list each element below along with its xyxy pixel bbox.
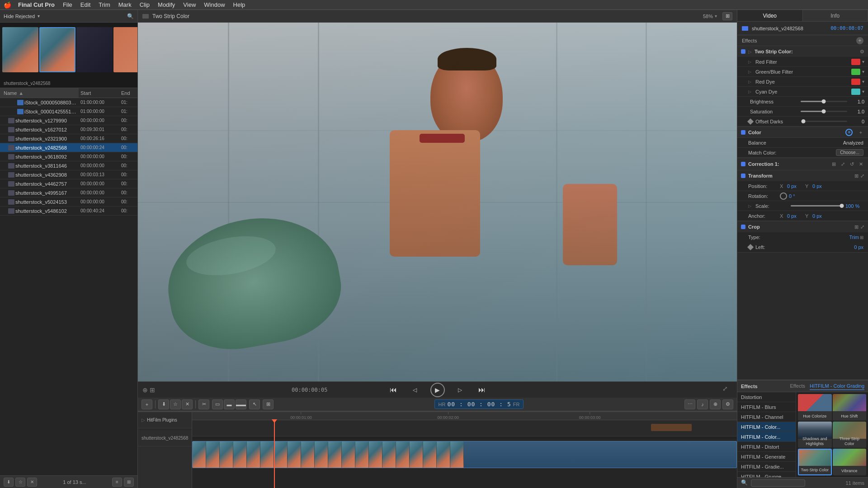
- menu-window[interactable]: Window: [200, 0, 228, 9]
- correction-icon-1[interactable]: ⊞: [830, 160, 837, 168]
- col-end[interactable]: End: [119, 88, 137, 98]
- timeline-add-btn[interactable]: +: [142, 399, 152, 409]
- filmstrip-thumb-2[interactable]: [39, 27, 75, 72]
- zoom-control[interactable]: 58% ▾: [703, 14, 717, 19]
- rotation-knob[interactable]: [780, 192, 787, 200]
- category-item[interactable]: HITFILM - Generate: [737, 452, 796, 462]
- offset-darks-slider[interactable]: [803, 121, 848, 122]
- col-start[interactable]: Start: [79, 88, 119, 98]
- timeline-select-btn[interactable]: ↖: [249, 399, 260, 409]
- timeline-tool-1[interactable]: ⬇: [158, 399, 169, 409]
- filmstrip-thumb-1[interactable]: [2, 27, 38, 72]
- play-button[interactable]: ▶: [430, 383, 445, 397]
- scale-value[interactable]: 100 %: [845, 203, 863, 209]
- two-strip-color-header[interactable]: ▷ Two Strip Color: ⚙: [737, 46, 868, 57]
- timeline-view-1[interactable]: ▭: [212, 399, 223, 409]
- menu-clip[interactable]: Clip: [136, 0, 153, 9]
- file-item[interactable]: iStock_000014255516_Large01:00:00:0001:: [0, 107, 137, 116]
- zoom-btn[interactable]: ⊕: [710, 399, 721, 409]
- category-item[interactable]: HITFILM - Color...: [737, 432, 796, 442]
- cyan-dye-dropdown[interactable]: ▾: [862, 89, 864, 94]
- rotation-value[interactable]: 0 °: [789, 193, 807, 199]
- green-blue-dropdown[interactable]: ▾: [862, 69, 864, 74]
- menu-edit[interactable]: Edit: [77, 0, 94, 9]
- apple-menu-icon[interactable]: 🍎: [4, 1, 11, 9]
- file-item[interactable]: shutterstock_v127999000:00:00:0000:: [0, 116, 137, 125]
- zoom-dropdown-icon[interactable]: ▾: [715, 14, 717, 19]
- red-dye-color[interactable]: [851, 79, 860, 85]
- file-item[interactable]: shutterstock_v381164600:00:00:0000:: [0, 161, 137, 170]
- reject-button[interactable]: ✕: [27, 478, 37, 487]
- red-dye-dropdown[interactable]: ▾: [862, 79, 864, 84]
- timeline-view-3[interactable]: ▬▬: [236, 399, 246, 409]
- crop-left-value[interactable]: 0 px: [854, 244, 863, 250]
- effect-thumbnail[interactable]: Hue Colorize: [798, 394, 832, 421]
- preview-btn-1[interactable]: ⊞: [722, 12, 732, 20]
- category-item[interactable]: Distortion: [737, 392, 796, 402]
- skip-forward-button[interactable]: ⏭: [476, 384, 488, 396]
- playhead[interactable]: [274, 420, 275, 488]
- step-back-button[interactable]: ◁: [409, 384, 421, 396]
- timeline-view-2[interactable]: ▬: [224, 399, 235, 409]
- category-item[interactable]: HITFILM - Grunge: [737, 472, 796, 477]
- fullscreen-button[interactable]: ⤢: [722, 385, 732, 395]
- crop-dropdown[interactable]: ⊞: [860, 235, 863, 240]
- position-y-value[interactable]: 0 px: [812, 183, 830, 189]
- file-item[interactable]: shutterstock_v361809200:00:00:0000:: [0, 152, 137, 161]
- file-item[interactable]: shutterstock_v232190000:00:26:1600:: [0, 134, 137, 143]
- effects-tab-hitfilm[interactable]: HITFILM - Color Grading: [810, 382, 864, 390]
- timeline-tool-3[interactable]: ✕: [182, 399, 193, 409]
- correction-icon-2[interactable]: ⤢: [839, 160, 846, 168]
- correction-icon-4[interactable]: ✕: [857, 160, 864, 168]
- menu-modify[interactable]: Modify: [154, 0, 179, 9]
- file-item[interactable]: shutterstock_v548610200:00:40:2400:: [0, 206, 137, 216]
- file-item[interactable]: shutterstock_v499516700:00:00:0000:: [0, 188, 137, 197]
- timeline-content[interactable]: 00:00:01:00 00:00:02:00 00:00:03:00: [192, 412, 737, 488]
- menu-view[interactable]: View: [179, 0, 199, 9]
- effects-tab-effects[interactable]: Effects: [790, 382, 805, 390]
- menu-trim[interactable]: Trim: [95, 0, 114, 9]
- position-x-value[interactable]: 0 px: [787, 183, 805, 189]
- category-item[interactable]: HITFILM - Distort: [737, 442, 796, 452]
- step-forward-button[interactable]: ▷: [454, 384, 467, 396]
- track-expand-icon[interactable]: ▷: [142, 418, 145, 422]
- clip-view-button[interactable]: ⊞: [124, 478, 134, 487]
- browser-search-icon[interactable]: 🔍: [127, 13, 134, 20]
- file-item[interactable]: shutterstock_v248256800:00:00:2400:: [0, 143, 137, 152]
- file-item[interactable]: shutterstock_v446275700:00:00:0000:: [0, 179, 137, 188]
- preview-view-btn[interactable]: ⊞: [150, 386, 155, 394]
- effects-add-btn[interactable]: +: [856, 37, 863, 44]
- import-button[interactable]: ⬇: [4, 478, 14, 487]
- correction-icon-3[interactable]: ↺: [848, 160, 855, 168]
- category-item[interactable]: HITFILM - Channel: [737, 412, 796, 422]
- choose-button[interactable]: Choose...: [836, 149, 863, 156]
- category-item[interactable]: HITFILM - Gradie...: [737, 462, 796, 472]
- effect-thumbnail[interactable]: Hue Shift: [833, 394, 867, 421]
- category-item[interactable]: HITFILM - Color...: [737, 422, 796, 432]
- hide-rejected-dropdown[interactable]: ▾: [38, 14, 40, 19]
- anchor-x-value[interactable]: 0 px: [787, 213, 805, 219]
- category-item[interactable]: HITFILM - Blurs: [737, 402, 796, 412]
- transform-icon-2[interactable]: ⤢: [860, 173, 864, 179]
- red-filter-color[interactable]: [851, 59, 860, 65]
- effect-thumbnail[interactable]: Shadows and Highlights: [798, 422, 832, 448]
- file-item[interactable]: shutterstock_v436290800:00:03:1300:: [0, 170, 137, 179]
- brightness-slider[interactable]: [801, 101, 848, 102]
- menu-help[interactable]: Help: [230, 0, 249, 9]
- timeline-trim-btn[interactable]: ✂: [198, 399, 209, 409]
- app-name[interactable]: Final Cut Pro: [14, 0, 58, 9]
- color-globe-icon[interactable]: ⊕: [845, 129, 853, 136]
- settings-btn[interactable]: ⚙: [722, 399, 733, 409]
- menu-file[interactable]: File: [59, 0, 76, 9]
- effect-settings-icon[interactable]: ⚙: [860, 49, 864, 55]
- effect-thumbnail[interactable]: Vibrance: [833, 449, 867, 475]
- crop-icon-1[interactable]: ⊞: [854, 224, 859, 230]
- col-name[interactable]: Name ▲: [0, 88, 79, 98]
- scale-slider[interactable]: [791, 205, 842, 206]
- effects-search-icon[interactable]: 🔍: [741, 479, 748, 487]
- file-item[interactable]: shutterstock_v502415300:00:00:0000:: [0, 197, 137, 206]
- transform-header[interactable]: Transform ⊞ ⤢: [737, 170, 868, 181]
- preview-zoom-icon-left[interactable]: ⊕: [142, 386, 148, 394]
- filmstrip-thumb-3[interactable]: [76, 27, 113, 72]
- red-filter-dropdown[interactable]: ▾: [862, 59, 864, 64]
